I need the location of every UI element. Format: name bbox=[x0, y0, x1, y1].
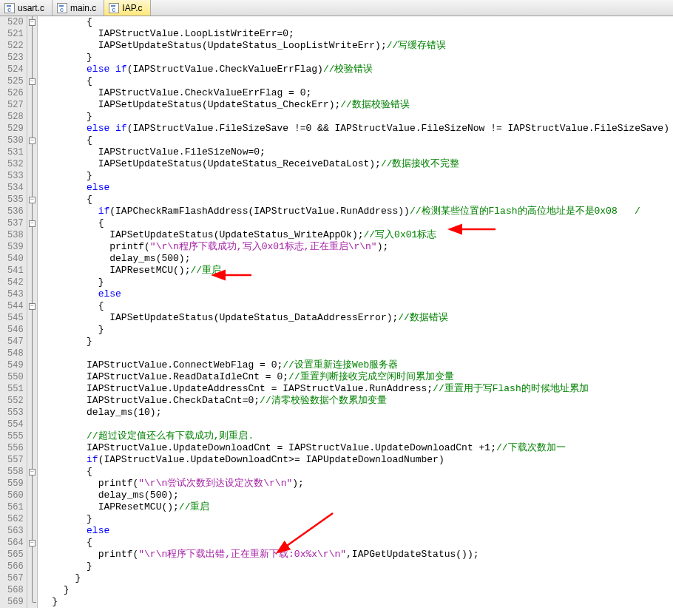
fold-mark[interactable] bbox=[27, 146, 37, 158]
fold-mark[interactable] bbox=[27, 277, 37, 288]
code-line[interactable]: } bbox=[41, 324, 673, 336]
code-line[interactable]: IAPStructValue.CheckDataCnt=0;//清零校验数据个数… bbox=[41, 395, 673, 407]
code-line[interactable]: } bbox=[41, 170, 673, 182]
fold-mark[interactable]: − bbox=[27, 75, 37, 87]
fold-mark[interactable] bbox=[27, 478, 37, 490]
fold-mark[interactable] bbox=[27, 561, 37, 572]
code-area[interactable]: { IAPStructValue.LoopListWriteErr=0; IAP… bbox=[38, 16, 673, 608]
fold-mark[interactable] bbox=[27, 430, 37, 442]
fold-mark[interactable] bbox=[27, 348, 37, 359]
code-line[interactable]: } bbox=[41, 561, 673, 572]
fold-mark[interactable] bbox=[27, 596, 37, 608]
fold-mark[interactable]: − bbox=[27, 217, 37, 229]
code-line[interactable]: else bbox=[41, 525, 673, 537]
fold-mark[interactable] bbox=[27, 182, 37, 194]
code-line[interactable]: IAPSetUpdateStatus(UpdateStatus_LoopList… bbox=[41, 40, 673, 52]
fold-mark[interactable] bbox=[27, 206, 37, 217]
fold-mark[interactable] bbox=[27, 336, 37, 348]
code-line[interactable]: delay_ms(10); bbox=[41, 407, 673, 419]
code-line[interactable]: delay_ms(500); bbox=[41, 253, 673, 265]
fold-mark[interactable] bbox=[27, 501, 37, 513]
code-line[interactable]: IAPStructValue.UpdateAddressCnt = IAPStr… bbox=[41, 383, 673, 395]
code-line[interactable]: } bbox=[41, 572, 673, 584]
fold-mark[interactable]: − bbox=[27, 135, 37, 146]
code-line[interactable]: printf("\r\n尝试次数到达设定次数\r\n"); bbox=[41, 478, 673, 490]
fold-mark[interactable] bbox=[27, 253, 37, 265]
fold-mark[interactable] bbox=[27, 158, 37, 170]
code-line[interactable]: IAPStructValue.ConnectWebFlag = 0;//设置重新… bbox=[41, 359, 673, 371]
code-line[interactable]: { bbox=[41, 194, 673, 206]
code-line[interactable]: IAPSetUpdateStatus(UpdateStatus_WriteApp… bbox=[41, 229, 673, 241]
code-line[interactable]: printf("\r\n程序下载出错,正在重新下载:0x%x\r\n",IAPG… bbox=[41, 549, 673, 561]
fold-mark[interactable] bbox=[27, 288, 37, 300]
code-line[interactable]: IAPStructValue.FileSizeNow=0; bbox=[41, 146, 673, 158]
fold-mark[interactable] bbox=[27, 87, 37, 99]
code-line[interactable]: if(IAPCheckRamFlashAddress(IAPStructValu… bbox=[41, 206, 673, 217]
code-line[interactable]: } bbox=[41, 52, 673, 64]
code-line[interactable]: IAPSetUpdateStatus(UpdateStatus_CheckErr… bbox=[41, 99, 673, 111]
code-line[interactable]: { bbox=[41, 75, 673, 87]
code-line[interactable]: } bbox=[41, 596, 673, 608]
fold-mark[interactable] bbox=[27, 371, 37, 383]
fold-mark[interactable] bbox=[27, 28, 37, 40]
fold-mark[interactable] bbox=[27, 454, 37, 466]
code-line[interactable]: else bbox=[41, 182, 673, 194]
code-line[interactable]: } bbox=[41, 111, 673, 123]
fold-mark[interactable] bbox=[27, 419, 37, 430]
code-line[interactable]: delay_ms(500); bbox=[41, 490, 673, 501]
code-line[interactable]: { bbox=[41, 300, 673, 312]
code-line[interactable]: printf("\r\n程序下载成功,写入0x01标志,正在重启\r\n"); bbox=[41, 241, 673, 253]
tab-iap[interactable]: IAP.c bbox=[104, 0, 150, 16]
code-line[interactable]: { bbox=[41, 135, 673, 146]
code-line[interactable]: IAPStructValue.ReadDataIdleCnt = 0;//重置判… bbox=[41, 371, 673, 383]
fold-mark[interactable] bbox=[27, 513, 37, 525]
code-line[interactable]: else if(IAPStructValue.CheckValueErrFlag… bbox=[41, 64, 673, 75]
fold-mark[interactable] bbox=[27, 549, 37, 561]
code-line[interactable]: IAPResetMCU();//重启 bbox=[41, 265, 673, 277]
code-line[interactable]: IAPStructValue.LoopListWriteErr=0; bbox=[41, 28, 673, 40]
fold-mark[interactable] bbox=[27, 359, 37, 371]
fold-mark[interactable] bbox=[27, 64, 37, 75]
fold-mark[interactable]: − bbox=[27, 194, 37, 206]
code-line[interactable]: else if(IAPStructValue.FileSizeSave !=0 … bbox=[41, 123, 673, 135]
code-line[interactable]: IAPStructValue.UpdateDownloadCnt = IAPSt… bbox=[41, 442, 673, 454]
fold-gutter[interactable]: −−−−−−−− bbox=[27, 16, 38, 608]
code-line[interactable]: { bbox=[41, 537, 673, 549]
code-line[interactable]: //超过设定值还么有下载成功,则重启. bbox=[41, 430, 673, 442]
fold-mark[interactable] bbox=[27, 407, 37, 419]
fold-mark[interactable] bbox=[27, 229, 37, 241]
code-line[interactable]: IAPSetUpdateStatus(UpdateStatus_ReceiveD… bbox=[41, 158, 673, 170]
fold-mark[interactable] bbox=[27, 170, 37, 182]
fold-mark[interactable] bbox=[27, 241, 37, 253]
code-line[interactable]: IAPStructValue.CheckValueErrFlag = 0; bbox=[41, 87, 673, 99]
code-line[interactable]: { bbox=[41, 466, 673, 478]
code-line[interactable]: { bbox=[41, 217, 673, 229]
code-line[interactable] bbox=[41, 419, 673, 430]
fold-mark[interactable] bbox=[27, 265, 37, 277]
fold-mark[interactable]: − bbox=[27, 466, 37, 478]
tab-usart[interactable]: usart.c bbox=[0, 0, 53, 16]
code-line[interactable]: } bbox=[41, 277, 673, 288]
fold-mark[interactable] bbox=[27, 52, 37, 64]
fold-mark[interactable] bbox=[27, 525, 37, 537]
code-line[interactable]: } bbox=[41, 584, 673, 596]
fold-mark[interactable] bbox=[27, 442, 37, 454]
fold-mark[interactable]: − bbox=[27, 16, 37, 28]
fold-mark[interactable] bbox=[27, 383, 37, 395]
fold-mark[interactable]: − bbox=[27, 300, 37, 312]
fold-mark[interactable] bbox=[27, 490, 37, 501]
code-line[interactable]: { bbox=[41, 16, 673, 28]
fold-mark[interactable] bbox=[27, 312, 37, 324]
fold-mark[interactable] bbox=[27, 572, 37, 584]
code-line[interactable]: } bbox=[41, 513, 673, 525]
fold-mark[interactable] bbox=[27, 99, 37, 111]
tab-main[interactable]: main.c bbox=[53, 0, 104, 16]
code-line[interactable]: IAPSetUpdateStatus(UpdateStatus_DataAddr… bbox=[41, 312, 673, 324]
fold-mark[interactable]: − bbox=[27, 537, 37, 549]
code-line[interactable] bbox=[41, 348, 673, 359]
fold-mark[interactable] bbox=[27, 111, 37, 123]
fold-mark[interactable] bbox=[27, 324, 37, 336]
code-line[interactable]: else bbox=[41, 288, 673, 300]
code-editor[interactable]: 5205215225235245255265275285295305315325… bbox=[0, 16, 673, 608]
fold-mark[interactable] bbox=[27, 40, 37, 52]
